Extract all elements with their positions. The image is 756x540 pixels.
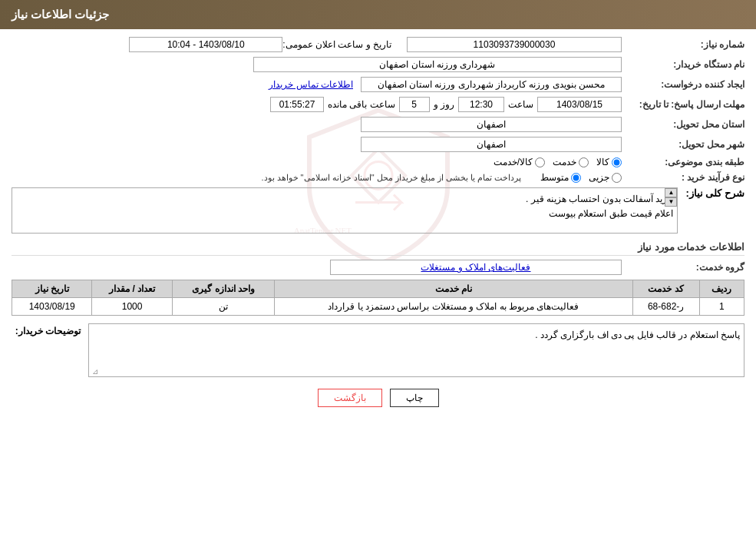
resize-handle[interactable]: ⊿: [91, 367, 98, 375]
cell-qty: 1000: [92, 298, 172, 316]
category-row: طبقه بندی موضوعی: کالا خدمت کالا/خدمت: [12, 157, 744, 167]
col-name: نام خدمت: [275, 280, 632, 298]
cell-need-date: 1403/08/19: [12, 298, 92, 316]
deadline-label: مهلت ارسال پاسخ: تا تاریخ:: [622, 99, 744, 110]
general-desc-section: شرح کلی نیاز: ▲ ▼ خرید آسفالت بدون احتسا…: [12, 187, 744, 234]
province-label: استان محل تحویل:: [622, 119, 744, 130]
category-radio-group: کالا خدمت کالا/خدمت: [494, 157, 622, 167]
deadline-date-value: 1403/08/15: [537, 97, 622, 112]
need-number-value: 1103093739000030: [407, 37, 622, 52]
need-number-row: شماره نیاز: 1103093739000030 تاریخ و ساع…: [12, 37, 744, 52]
general-desc-label: شرح کلی نیاز:: [685, 187, 744, 199]
desc-line2: اعلام قیمت طبق استعلام بیوست: [30, 207, 673, 221]
purchase-partial[interactable]: جزیی: [589, 172, 622, 183]
category-goods-label: کالا: [596, 157, 609, 167]
announce-date-label: تاریخ و ساعت اعلان عمومی:: [282, 39, 391, 50]
category-option-goods[interactable]: کالا: [596, 157, 622, 167]
requester-row: ایجاد کننده درخواست: محسن بنویدی ورزنه ک…: [12, 77, 744, 92]
need-number-label: شماره نیاز:: [622, 39, 744, 50]
general-desc-content: ▲ ▼ خرید آسفالت بدون احتساب هزینه قیر . …: [12, 187, 678, 234]
service-group-row: گروه خدمت: فعالیت‌های املاک و مستغلات: [12, 260, 744, 275]
deadline-days-label: روز و: [434, 99, 454, 110]
service-group-value: فعالیت‌های املاک و مستغلات: [330, 260, 622, 275]
province-row: استان محل تحویل: اصفهان: [12, 117, 744, 132]
scroll-up-btn[interactable]: ▲: [665, 188, 677, 197]
col-code: کد خدمت: [632, 280, 699, 298]
deadline-remaining-label-text: ساعت باقی مانده: [328, 99, 395, 110]
city-row: شهر محل تحویل: اصفهان: [12, 137, 744, 152]
deadline-remaining-value: 01:55:27: [270, 97, 324, 112]
services-table: ردیف کد خدمت نام خدمت واحد اندازه گیری ت…: [12, 280, 744, 316]
buyer-notes-section: پاسخ استعلام در قالب فایل پی دی اف بارگز…: [12, 323, 744, 377]
table-row: 1 ر-682-68 فعالیت‌های مربوط به املاک و م…: [12, 298, 744, 316]
cell-row-num: 1: [699, 298, 744, 316]
purchase-type-note: پرداخت تمام یا بخشی از مبلغ خریداز محل "…: [261, 173, 521, 183]
scroll-buttons[interactable]: ▲ ▼: [665, 188, 677, 207]
category-option-both[interactable]: کالا/خدمت: [494, 157, 545, 167]
province-value: اصفهان: [361, 117, 622, 132]
requester-value: محسن بنویدی ورزنه کاربرداز شهرداری ورزنه…: [361, 77, 622, 92]
service-group-link[interactable]: فعالیت‌های املاک و مستغلات: [421, 262, 530, 273]
page-title: جزئیات اطلاعات نیاز: [12, 8, 109, 21]
cell-unit: تن: [172, 298, 275, 316]
purchase-partial-label: جزیی: [589, 172, 609, 183]
deadline-days-value: 5: [399, 97, 430, 112]
requester-label: ایجاد کننده درخواست:: [622, 79, 744, 90]
general-desc-box: ▲ ▼ خرید آسفالت بدون احتساب هزینه قیر . …: [12, 187, 678, 234]
desc-text: خرید آسفالت بدون احتساب هزینه قیر . اعلا…: [30, 192, 673, 221]
deadline-time-label: ساعت: [508, 99, 533, 110]
city-label: شهر محل تحویل:: [622, 139, 744, 150]
requester-contact-link[interactable]: اطلاعات تماس خریدار: [269, 79, 353, 90]
cell-service-name: فعالیت‌های مربوط به املاک و مستغلات براس…: [275, 298, 632, 316]
buyer-org-row: نام دستگاه خریدار: شهرداری ورزنه استان ا…: [12, 57, 744, 72]
category-both-label: کالا/خدمت: [494, 157, 533, 167]
deadline-row: مهلت ارسال پاسخ: تا تاریخ: 1403/08/15 سا…: [12, 97, 744, 112]
purchase-type-row: نوع فرآیند خرید : جزیی متوسط پرداخت تمام…: [12, 172, 744, 183]
purchase-medium[interactable]: متوسط: [540, 172, 581, 183]
col-date: تاریخ نیاز: [12, 280, 92, 298]
service-group-label: گروه خدمت:: [622, 262, 744, 273]
print-button[interactable]: چاپ: [390, 389, 439, 407]
purchase-medium-label: متوسط: [540, 172, 569, 183]
desc-line1: خرید آسفالت بدون احتساب هزینه قیر .: [30, 192, 673, 207]
col-unit: واحد اندازه گیری: [172, 280, 275, 298]
category-option-service[interactable]: خدمت: [553, 157, 589, 167]
purchase-type-radio-group: جزیی متوسط: [540, 172, 622, 183]
cell-service-code: ر-682-68: [632, 298, 699, 316]
back-button[interactable]: بازگشت: [318, 389, 382, 407]
services-section-title: اطلاعات خدمات مورد نیاز: [12, 241, 744, 256]
announce-date-value: 1403/08/10 - 10:04: [129, 37, 282, 52]
footer-buttons: چاپ بازگشت: [12, 389, 744, 407]
buyer-org-label: نام دستگاه خریدار:: [622, 59, 744, 70]
scroll-down-btn[interactable]: ▼: [665, 197, 677, 207]
notes-content-box: پاسخ استعلام در قالب فایل پی دی اف بارگز…: [88, 323, 744, 377]
page-header: جزئیات اطلاعات نیاز: [0, 0, 756, 29]
city-value: اصفهان: [361, 137, 622, 152]
col-row: ردیف: [699, 280, 744, 298]
buyer-notes-text: پاسخ استعلام در قالب فایل پی دی اف بارگز…: [93, 328, 740, 343]
deadline-time-value: 12:30: [458, 97, 504, 112]
col-qty: تعداد / مقدار: [92, 280, 172, 298]
category-service-label: خدمت: [553, 157, 576, 167]
category-label: طبقه بندی موضوعی:: [622, 157, 744, 167]
purchase-type-label: نوع فرآیند خرید :: [622, 172, 744, 183]
buyer-notes-label: توضیحات خریدار:: [12, 323, 88, 336]
buyer-org-value: شهرداری ورزنه استان اصفهان: [253, 57, 622, 72]
